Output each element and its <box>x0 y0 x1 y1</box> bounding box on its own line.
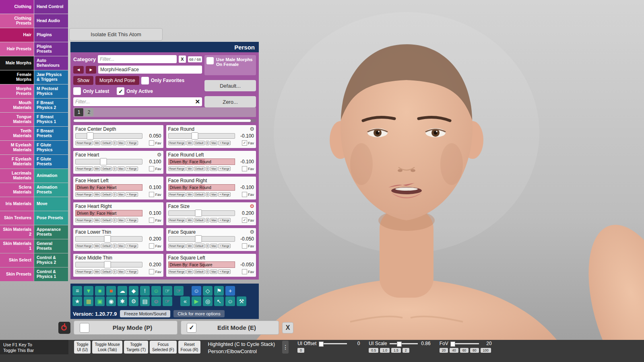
fov-slider[interactable] <box>451 343 479 344</box>
range-button[interactable]: + Range <box>218 218 231 222</box>
sidebar-item-pose-presets[interactable]: Pose Presets <box>34 211 68 225</box>
fav-checkbox[interactable] <box>149 192 154 197</box>
0-button[interactable]: 0 <box>206 141 210 145</box>
morph-slider-thumb[interactable] <box>192 132 198 140</box>
fav-checkbox[interactable] <box>242 243 247 249</box>
only-favorites-checkbox[interactable] <box>141 77 149 84</box>
reset-range-button[interactable]: Reset Range <box>168 218 186 222</box>
play-mode-button[interactable]: Play Mode (P) <box>74 321 178 335</box>
sidebar-item-f-glute-physics[interactable]: F Glute Physics <box>34 141 68 154</box>
sidebar-item-f-breast-presets[interactable]: F Breast Presets <box>34 127 68 140</box>
fav-checkbox[interactable] <box>242 269 247 274</box>
0-button[interactable]: 0 <box>206 167 210 171</box>
reset-range-button[interactable]: Reset Range <box>168 141 186 145</box>
gear-icon[interactable]: ⚙ <box>250 203 254 209</box>
morph-slider[interactable] <box>168 133 235 139</box>
flag-icon[interactable]: ⚑ <box>214 286 224 296</box>
ui-scale-slider-thumb[interactable] <box>397 341 402 347</box>
sidebar-item-skin-materials-2[interactable]: Skin Materials 2 <box>0 225 34 239</box>
focus-selected-f-button[interactable]: FocusSelected (F) <box>150 341 176 354</box>
min-button[interactable]: Min <box>186 167 193 171</box>
sidebar-item-lacrimals-materials[interactable]: Lacrimals Materials <box>0 169 34 183</box>
morph-slider-thumb[interactable] <box>104 261 111 268</box>
default-button[interactable]: Default <box>101 218 112 222</box>
0-button[interactable]: 0 <box>113 141 117 145</box>
range-button[interactable]: + Range <box>126 269 138 274</box>
sidebar-item-animation[interactable]: Animation <box>34 169 68 183</box>
save-scene-icon[interactable]: ▼ <box>84 286 93 296</box>
min-button[interactable]: Min <box>94 167 100 171</box>
max-button[interactable]: Max <box>210 167 217 171</box>
ui-scale-slider[interactable] <box>390 343 418 344</box>
gear-icon[interactable]: ⚙ <box>250 126 254 132</box>
sidebar-item-appearance-presets[interactable]: Appearance Presets <box>34 225 68 239</box>
reset-range-button[interactable]: Reset Range <box>168 167 186 171</box>
ui-scale-preset-1-5[interactable]: 1.5 <box>391 348 401 353</box>
morph-and-pose-button[interactable]: Morph And Pose <box>95 76 139 85</box>
sidebar-item-move[interactable]: Move <box>34 197 68 211</box>
error-log-icon[interactable]: ! <box>140 286 150 296</box>
morph-slider-thumb[interactable] <box>100 158 107 165</box>
reset-range-button[interactable]: Reset Range <box>75 244 93 248</box>
0-button[interactable]: 0 <box>206 192 210 197</box>
sidebar-item-female-morphs[interactable]: Female Morphs <box>0 70 34 84</box>
sidebar-item-hand-control[interactable]: Hand Control <box>34 0 68 14</box>
select-person-icon[interactable]: ☺ <box>225 296 235 306</box>
max-button[interactable]: Max <box>118 269 125 274</box>
ui-offset-slider-thumb[interactable] <box>319 341 324 347</box>
power-button[interactable] <box>58 322 70 334</box>
edit-mode-button[interactable]: ✓ Edit Mode (E) <box>181 321 279 335</box>
morph-slider-thumb[interactable] <box>104 235 111 243</box>
0-button[interactable]: 0 <box>113 218 117 222</box>
sidebar-item-clothing-presets[interactable]: Clothing Presets <box>0 14 34 28</box>
default-button[interactable]: Default <box>194 192 205 197</box>
range-button[interactable]: + Range <box>218 269 231 274</box>
morph-scrollbar[interactable] <box>73 119 256 122</box>
person-icon[interactable]: ☺ <box>192 286 201 296</box>
sidebar-item-control-physics-1[interactable]: Control & Physics 1 <box>34 267 68 281</box>
skip-back-icon[interactable]: « <box>180 296 190 306</box>
reset-range-button[interactable]: Reset Range <box>168 269 186 274</box>
min-button[interactable]: Min <box>94 141 100 145</box>
0-button[interactable]: 0 <box>206 218 210 222</box>
morph-slider[interactable] <box>75 236 142 242</box>
range-button[interactable]: + Range <box>218 192 231 197</box>
person-pink-icon[interactable]: ☺ <box>151 296 161 306</box>
sidebar-item-iris-materials[interactable]: Iris Materials <box>0 197 34 211</box>
fov-preset-60[interactable]: 60 <box>460 348 469 353</box>
fav-checkbox[interactable] <box>149 218 154 223</box>
touch-icon[interactable]: ☞ <box>174 286 184 296</box>
sidebar-item-m-eyelash-materials[interactable]: M Eyelash Materials <box>0 141 34 154</box>
default-button[interactable]: Default... <box>204 80 256 91</box>
next-category-button[interactable]: ► <box>86 66 96 74</box>
bottom-bar-menu-button[interactable]: ⋮ <box>282 341 289 354</box>
max-button[interactable]: Max <box>118 167 125 171</box>
screenshot-icon[interactable]: ▣ <box>95 296 105 306</box>
play-mode-checkbox[interactable] <box>80 323 89 333</box>
star-icon[interactable]: ★ <box>72 296 82 306</box>
package-icon[interactable]: ◆ <box>129 286 138 296</box>
cloud-icon[interactable]: ☁ <box>118 286 127 296</box>
0-button[interactable]: 0 <box>113 167 117 171</box>
0-button[interactable]: 0 <box>113 244 117 248</box>
morph-slider[interactable] <box>168 236 235 242</box>
morph-slider[interactable] <box>75 133 142 139</box>
max-button[interactable]: Max <box>118 192 125 197</box>
sidebar-item-auto-behaviours[interactable]: Auto Behaviours <box>34 56 68 70</box>
sidebar-item-f-breast-physics-2[interactable]: F Breast Physics 2 <box>34 99 68 112</box>
load-scene-icon[interactable]: ■ <box>95 286 105 296</box>
range-button[interactable]: + Range <box>218 244 231 248</box>
category-clear-button[interactable]: X <box>179 56 186 63</box>
close-panel-button[interactable]: X <box>282 322 293 333</box>
morph-slider[interactable] <box>75 159 142 165</box>
page-tab-1[interactable]: 1 <box>74 108 83 116</box>
default-button[interactable]: Default <box>194 269 205 274</box>
range-button[interactable]: + Range <box>126 167 138 171</box>
morph-filter-clear-button[interactable]: ✕ <box>195 98 200 105</box>
reset-range-button[interactable]: Reset Range <box>75 141 93 145</box>
sidebar-item-head-audio[interactable]: Head Audio <box>34 14 68 28</box>
morph-slider[interactable] <box>75 262 142 267</box>
gear-icon[interactable]: ⚙ <box>157 152 162 158</box>
play-icon[interactable]: ▶ <box>192 296 201 306</box>
ui-offset-preset-0[interactable]: 0 <box>297 348 304 353</box>
